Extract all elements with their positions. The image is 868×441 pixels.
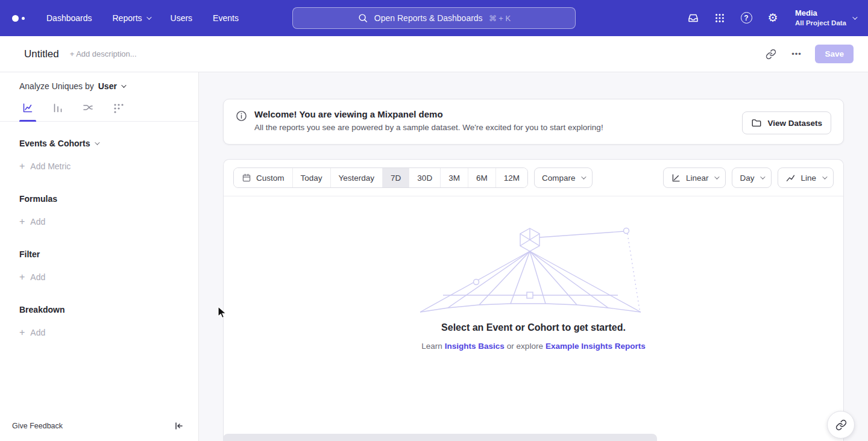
- chevron-down-icon: [852, 14, 857, 19]
- metric-type-tabs: [0, 91, 198, 122]
- linear-scale-icon: [671, 173, 681, 183]
- link-icon: [835, 419, 847, 431]
- report-header-actions: ••• Save: [764, 45, 854, 63]
- add-filter-button[interactable]: + Add: [19, 272, 198, 282]
- query-builder-sidebar: Analyze Uniques by User Events & Cohorts: [0, 72, 199, 441]
- add-description[interactable]: + Add description...: [70, 49, 137, 58]
- primary-nav: Dashboards Reports Users Events: [46, 13, 239, 23]
- plus-icon: +: [19, 217, 25, 227]
- insights-chart-card: Custom Today Yesterday 7D 30D 3M 6M 12M …: [223, 159, 844, 441]
- breakdown-heading: Breakdown: [19, 305, 198, 314]
- save-button[interactable]: Save: [815, 45, 854, 63]
- filter-heading: Filter: [19, 249, 198, 259]
- more-options-icon[interactable]: •••: [790, 48, 803, 61]
- empty-state: Select an Event or Cohort to get started…: [224, 196, 843, 351]
- calendar-icon: [242, 173, 251, 183]
- tab-funnels[interactable]: [51, 102, 65, 121]
- topnav-right: ? ⚙ Media All Project Data: [687, 8, 856, 28]
- search-placeholder: Open Reports & Dashboards: [374, 13, 483, 23]
- range-today[interactable]: Today: [292, 168, 330, 187]
- formulas-heading: Formulas: [19, 194, 198, 204]
- view-datasets-button[interactable]: View Datasets: [742, 111, 831, 134]
- range-6m[interactable]: 6M: [468, 168, 495, 187]
- search-icon: [357, 13, 368, 23]
- tab-insights[interactable]: [20, 102, 35, 121]
- apps-grid-icon[interactable]: [713, 11, 726, 25]
- sidebar-footer: Give Feedback: [0, 416, 198, 441]
- folder-icon: [751, 117, 762, 128]
- range-7d[interactable]: 7D: [382, 168, 409, 187]
- chevron-down-icon: [582, 174, 587, 179]
- plus-icon: +: [19, 328, 25, 337]
- range-yesterday[interactable]: Yesterday: [330, 168, 383, 187]
- flows-icon: [82, 102, 94, 114]
- add-formula-button[interactable]: + Add: [19, 217, 198, 227]
- report-content: Welcome! You are viewing a Mixpanel demo…: [199, 72, 868, 441]
- bar-chart-icon: [52, 102, 64, 114]
- example-reports-link[interactable]: Example Insights Reports: [546, 342, 646, 351]
- copy-link-icon[interactable]: [764, 48, 778, 61]
- interval-dropdown[interactable]: Day: [732, 167, 772, 188]
- nav-dashboards[interactable]: Dashboards: [46, 13, 92, 23]
- compare-button[interactable]: Compare: [534, 167, 593, 188]
- chart-display-controls: Linear Day Line: [663, 167, 834, 188]
- date-range-segmented-control: Custom Today Yesterday 7D 30D 3M 6M 12M: [233, 167, 528, 188]
- bottom-panel-edge: [223, 434, 657, 441]
- report-header: Untitled + Add description... ••• Save: [0, 36, 868, 72]
- tab-retention[interactable]: [111, 102, 125, 121]
- collapse-sidebar-icon[interactable]: [174, 421, 184, 431]
- chevron-down-icon: [95, 140, 100, 145]
- report-title[interactable]: Untitled: [24, 48, 59, 60]
- nav-reports[interactable]: Reports: [113, 13, 150, 23]
- analyze-by-dropdown[interactable]: User: [98, 81, 125, 91]
- chevron-down-icon: [761, 174, 766, 179]
- tab-flows[interactable]: [81, 102, 95, 121]
- chart-type-dropdown[interactable]: Line: [778, 167, 834, 188]
- range-12m[interactable]: 12M: [495, 168, 527, 187]
- search-shortcut: ⌘ + K: [489, 14, 511, 23]
- settings-gear-icon[interactable]: ⚙: [766, 11, 779, 25]
- events-cohorts-heading[interactable]: Events & Cohorts: [19, 139, 198, 148]
- project-scope: All Project Data: [795, 19, 846, 28]
- chevron-down-icon: [822, 174, 827, 179]
- logo-dot-icon: [12, 15, 19, 22]
- add-breakdown-button[interactable]: + Add: [19, 328, 198, 337]
- inbox-icon[interactable]: [687, 11, 700, 25]
- project-name: Media: [795, 8, 846, 19]
- scale-dropdown[interactable]: Linear: [663, 167, 726, 188]
- range-3m[interactable]: 3M: [440, 168, 468, 187]
- nav-events[interactable]: Events: [213, 13, 239, 23]
- logo-dot-icon: [22, 17, 25, 20]
- line-chart-icon: [22, 102, 34, 114]
- banner-subtitle: All the reports you see are powered by a…: [254, 123, 603, 132]
- analyze-label: Analyze Uniques by: [19, 81, 94, 91]
- project-selector[interactable]: Media All Project Data: [795, 8, 856, 28]
- chart-toolbar: Custom Today Yesterday 7D 30D 3M 6M 12M …: [224, 160, 843, 196]
- info-icon: [236, 110, 247, 124]
- top-navigation: Dashboards Reports Users Events Open Rep…: [0, 0, 868, 36]
- welcome-banner: Welcome! You are viewing a Mixpanel demo…: [223, 99, 844, 145]
- share-link-fab[interactable]: [827, 411, 855, 439]
- retention-dots-icon: [112, 102, 124, 114]
- global-search[interactable]: Open Reports & Dashboards ⌘ + K: [292, 7, 576, 29]
- help-icon[interactable]: ?: [740, 11, 753, 25]
- plus-icon: +: [19, 161, 25, 171]
- mixpanel-logo[interactable]: [12, 15, 25, 22]
- chevron-down-icon: [715, 174, 720, 179]
- line-chart-icon: [785, 173, 796, 183]
- nav-users[interactable]: Users: [171, 13, 193, 23]
- empty-state-hint: LearnInsights Basicsor exploreExample In…: [420, 342, 646, 351]
- banner-title: Welcome! You are viewing a Mixpanel demo: [254, 109, 603, 119]
- give-feedback-link[interactable]: Give Feedback: [12, 422, 63, 430]
- empty-state-title: Select an Event or Cohort to get started…: [441, 322, 626, 333]
- range-custom[interactable]: Custom: [234, 168, 292, 187]
- chevron-down-icon: [146, 14, 151, 19]
- insights-basics-link[interactable]: Insights Basics: [445, 342, 505, 351]
- range-30d[interactable]: 30D: [409, 168, 440, 187]
- empty-state-illustration: [419, 222, 648, 315]
- analyze-uniques-row: Analyze Uniques by User: [19, 81, 198, 91]
- chevron-down-icon: [121, 83, 126, 87]
- add-metric-button[interactable]: + Add Metric: [19, 161, 198, 171]
- plus-icon: +: [19, 272, 25, 282]
